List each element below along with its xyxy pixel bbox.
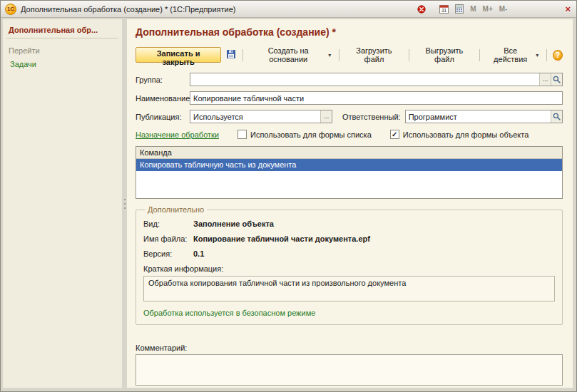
name-input[interactable] (190, 92, 562, 104)
filename-value: Копирование табличной части документа.ep… (193, 234, 370, 243)
window-title: Дополнительная обработка (создание) * (1… (21, 5, 413, 14)
assignment-link[interactable]: Назначение обработки (136, 130, 219, 139)
responsible-field-label: Ответственный: (342, 113, 405, 121)
save-and-close-button[interactable]: Записать и закрыть (136, 47, 221, 63)
unload-file-button[interactable]: Выгрузить файл (414, 44, 476, 66)
memory-button-m-minus[interactable]: M- (499, 5, 508, 13)
splitter-dot (124, 199, 126, 200)
calendar-icon[interactable]: 31 (439, 4, 449, 14)
all-actions-button[interactable]: Все действия ▾ (484, 44, 542, 66)
version-label: Версия: (143, 249, 193, 258)
create-based-on-button[interactable]: Создать на основании ▾ (247, 44, 335, 66)
close-window-button[interactable]: × (565, 4, 571, 14)
kind-row: Вид: Заполнение объекта (143, 220, 555, 228)
responsible-input[interactable] (406, 110, 551, 123)
commands-table-row[interactable]: Копировать табличную часть из документа (136, 159, 562, 171)
additional-group: Дополнительно Вид: Заполнение объекта Им… (136, 205, 563, 325)
options-row: Назначение обработки Использовать для фо… (136, 130, 563, 139)
group-field-label: Группа: (136, 76, 190, 84)
short-info-text: Обработка копирования табличной части из… (148, 279, 406, 287)
sidebar-section-label: Перейти (3, 43, 122, 57)
short-info-label: Краткая информация: (143, 264, 555, 273)
name-field (190, 91, 563, 105)
toolbar-separator (242, 49, 243, 61)
group-field-row: Группа: ... (136, 73, 563, 86)
name-field-row: Наименование: (136, 91, 563, 105)
short-info-box[interactable]: Обработка копирования табличной части из… (143, 276, 555, 301)
version-value: 0.1 (193, 249, 204, 258)
memory-button-m-plus[interactable]: M+ (483, 5, 493, 13)
sidebar-separator (6, 38, 118, 38)
group-ellipsis-button[interactable]: ... (539, 73, 551, 86)
kind-value: Заполнение объекта (193, 220, 274, 228)
group-input[interactable] (190, 73, 539, 86)
red-service-icon[interactable] (417, 5, 426, 14)
sidebar: Дополнительная обр... Перейти Задачи (3, 19, 122, 388)
sidebar-splitter[interactable] (122, 19, 127, 388)
1c-logo-icon: 1С (5, 4, 16, 15)
all-actions-label: Все действия (488, 46, 533, 63)
sidebar-item-tasks[interactable]: Задачи (3, 57, 122, 71)
commands-table-header[interactable]: Команда (136, 147, 562, 159)
form-toolbar: Записать и закрыть Создать на основании (136, 44, 563, 66)
svg-text:31: 31 (441, 8, 447, 13)
publication-row: Публикация: ... Ответственный: (136, 110, 563, 123)
comment-label: Комментарий: (136, 344, 563, 352)
group-field: ... (190, 73, 563, 86)
checkbox-use-object-form[interactable]: ✓ Использовать для формы объекта (390, 130, 529, 139)
checkbox-box-checked: ✓ (390, 130, 399, 139)
titlebar-service-buttons: 31 M M+ M- × (417, 4, 571, 14)
group-search-icon[interactable] (551, 73, 562, 86)
create-based-on-label: Создать на основании (251, 46, 325, 63)
checkbox-use-list-form-label: Использовать для формы списка (250, 130, 372, 139)
toolbar-separator (339, 49, 339, 61)
toolbar-separator (479, 49, 480, 61)
checkbox-box-unchecked (238, 130, 247, 139)
toolbar-separator (409, 49, 409, 61)
publication-input[interactable] (190, 110, 320, 123)
calculator-icon[interactable] (455, 4, 464, 14)
floppy-icon (226, 49, 236, 61)
version-row: Версия: 0.1 (143, 249, 555, 258)
safe-mode-note: Обработка используется в безопасном режи… (143, 309, 555, 317)
comment-input[interactable] (136, 354, 563, 386)
chevron-down-icon: ▾ (328, 52, 331, 58)
titlebar[interactable]: 1С Дополнительная обработка (создание) *… (1, 1, 576, 18)
filename-label: Имя файла: (143, 234, 193, 243)
checkbox-use-list-form[interactable]: Использовать для формы списка (238, 130, 372, 139)
responsible-field (405, 110, 563, 123)
toolbar-separator (546, 49, 547, 61)
app-window: 1С Дополнительная обработка (создание) *… (0, 0, 577, 392)
publication-field: ... (190, 110, 332, 123)
load-file-button[interactable]: Загрузить файл (344, 44, 404, 66)
save-button[interactable] (224, 48, 238, 63)
kind-label: Вид: (143, 220, 193, 228)
commands-table: Команда Копировать табличную часть из до… (136, 146, 563, 199)
splitter-dot (124, 207, 126, 209)
main-panel: Дополнительная обработка (создание) * За… (127, 19, 573, 388)
additional-group-legend: Дополнительно (145, 205, 207, 214)
filename-row: Имя файла: Копирование табличной части д… (143, 234, 555, 243)
page-title: Дополнительная обработка (создание) * (136, 26, 563, 38)
responsible-search-icon[interactable] (551, 110, 562, 123)
name-field-label: Наименование: (136, 94, 190, 103)
memory-button-m[interactable]: M (470, 5, 476, 13)
publication-field-label: Публикация: (136, 113, 190, 121)
sidebar-current-item[interactable]: Дополнительная обр... (3, 19, 122, 38)
publication-ellipsis-button[interactable]: ... (320, 110, 332, 123)
splitter-dot (124, 203, 126, 205)
chevron-down-icon: ▾ (536, 52, 538, 58)
help-button[interactable]: ? (553, 50, 563, 61)
checkbox-use-object-form-label: Использовать для формы объекта (403, 130, 529, 139)
